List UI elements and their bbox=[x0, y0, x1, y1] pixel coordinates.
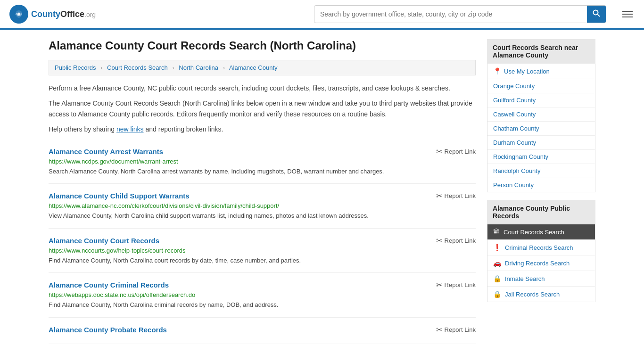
public-records-label-4: Jail Records Search bbox=[505, 291, 560, 298]
public-records-link-2[interactable]: 🚗 Driving Records Search bbox=[487, 255, 595, 271]
result-url-3[interactable]: https://webapps.doc.state.nc.us/opi/offe… bbox=[49, 291, 476, 298]
description-3: Help others by sharing new links and rep… bbox=[49, 124, 476, 134]
result-link-2[interactable]: Alamance County Court Records bbox=[49, 237, 159, 245]
report-link-0[interactable]: ✂ Report Link bbox=[436, 147, 476, 156]
svg-line-3 bbox=[598, 15, 600, 17]
public-records-item[interactable]: ❗ Criminal Records Search bbox=[487, 240, 595, 255]
nearby-county-link-7[interactable]: Person County bbox=[487, 178, 595, 192]
public-records-item[interactable]: 🏛 Court Records Search bbox=[487, 224, 595, 240]
nearby-county-item[interactable]: Chatham County bbox=[487, 122, 595, 136]
public-records-icon-3: 🔒 bbox=[493, 275, 501, 282]
breadcrumb-court-records-search[interactable]: Court Records Search bbox=[107, 64, 168, 71]
report-icon-1: ✂ bbox=[436, 191, 442, 200]
breadcrumb-north-carolina[interactable]: North Carolina bbox=[179, 64, 218, 71]
public-records-icon-2: 🚗 bbox=[493, 259, 501, 267]
menu-line bbox=[622, 14, 633, 15]
report-label-0: Report Link bbox=[445, 148, 476, 155]
pin-icon: 📍 bbox=[493, 67, 501, 75]
result-header: Alamance County Arrest Warrants ✂ Report… bbox=[49, 147, 476, 156]
svg-point-1 bbox=[17, 13, 20, 16]
result-title-4: Alamance County Probate Records bbox=[49, 326, 167, 334]
result-header: Alamance County Probate Records ✂ Report… bbox=[49, 325, 476, 334]
report-label-1: Report Link bbox=[445, 192, 476, 199]
public-records-link-3[interactable]: 🔒 Inmate Search bbox=[487, 271, 595, 286]
result-item: Alamance County Court Records ✂ Report L… bbox=[49, 229, 476, 273]
svg-point-2 bbox=[594, 10, 598, 15]
result-desc-1: View Alamance County, North Carolina chi… bbox=[49, 211, 476, 221]
public-records-item[interactable]: 🔒 Inmate Search bbox=[487, 271, 595, 287]
use-location-label: Use My Location bbox=[504, 68, 550, 75]
result-link-1[interactable]: Alamance County Child Support Warrants bbox=[49, 192, 190, 200]
result-title-2: Alamance County Court Records bbox=[49, 237, 159, 245]
result-link-0[interactable]: Alamance County Arrest Warrants bbox=[49, 148, 163, 156]
nearby-county-link-1[interactable]: Guilford County bbox=[487, 93, 595, 107]
breadcrumb-sep: › bbox=[172, 64, 174, 71]
public-records-icon-0: 🏛 bbox=[493, 228, 500, 236]
page-title: Alamance County Court Records Search (No… bbox=[49, 39, 476, 52]
search-button[interactable] bbox=[587, 6, 606, 23]
logo[interactable]: CountyOffice.org bbox=[9, 5, 96, 24]
result-desc-2: Find Alamance County, North Carolina cou… bbox=[49, 256, 476, 265]
nearby-county-link-4[interactable]: Durham County bbox=[487, 136, 595, 149]
result-url-0[interactable]: https://www.ncdps.gov/document/warrant-a… bbox=[49, 158, 476, 165]
nearby-county-link-5[interactable]: Rockingham County bbox=[487, 150, 595, 164]
nearby-county-item[interactable]: Orange County bbox=[487, 79, 595, 93]
nearby-county-link-0[interactable]: Orange County bbox=[487, 79, 595, 93]
site-header: CountyOffice.org bbox=[0, 0, 644, 30]
result-item: Alamance County Child Support Warrants ✂… bbox=[49, 184, 476, 229]
menu-line bbox=[622, 16, 633, 17]
breadcrumb-alamance-county[interactable]: Alamance County bbox=[229, 64, 278, 71]
report-icon-4: ✂ bbox=[436, 325, 442, 334]
report-link-2[interactable]: ✂ Report Link bbox=[436, 236, 476, 245]
logo-icon bbox=[9, 5, 28, 24]
nearby-county-link-2[interactable]: Caswell County bbox=[487, 107, 595, 121]
result-link-4[interactable]: Alamance County Probate Records bbox=[49, 326, 167, 334]
nearby-county-link-3[interactable]: Chatham County bbox=[487, 122, 595, 135]
nearby-county-item[interactable]: Caswell County bbox=[487, 107, 595, 122]
nearby-county-item[interactable]: Rockingham County bbox=[487, 150, 595, 164]
result-url-1[interactable]: https://www.alamance-nc.com/clerkofcourt… bbox=[49, 202, 476, 209]
public-records-list: 🏛 Court Records Search ❗ Criminal Record… bbox=[487, 224, 595, 302]
nearby-county-item[interactable]: Guilford County bbox=[487, 93, 595, 107]
menu-line bbox=[622, 11, 633, 12]
hamburger-menu-button[interactable] bbox=[620, 9, 635, 19]
new-links-link[interactable]: new links bbox=[116, 125, 144, 133]
nearby-county-item[interactable]: Randolph County bbox=[487, 164, 595, 178]
search-bar[interactable] bbox=[314, 5, 606, 23]
public-records-section: Alamance County Public Records 🏛 Court R… bbox=[487, 200, 595, 302]
public-records-label-3: Inmate Search bbox=[505, 275, 545, 282]
report-icon-0: ✂ bbox=[436, 147, 442, 156]
search-input[interactable] bbox=[314, 7, 587, 22]
nearby-use-location[interactable]: 📍 Use My Location bbox=[487, 64, 595, 79]
public-records-item[interactable]: 🚗 Driving Records Search bbox=[487, 255, 595, 271]
nearby-county-item[interactable]: Durham County bbox=[487, 136, 595, 150]
use-location-link[interactable]: 📍 Use My Location bbox=[487, 64, 595, 79]
report-label-4: Report Link bbox=[445, 326, 476, 333]
breadcrumb-sep: › bbox=[223, 64, 225, 71]
public-records-label-1: Criminal Records Search bbox=[505, 244, 573, 251]
nearby-section: Court Records Search near Alamance Count… bbox=[487, 39, 595, 192]
report-link-1[interactable]: ✂ Report Link bbox=[436, 191, 476, 200]
report-icon-2: ✂ bbox=[436, 236, 442, 245]
nearby-counties-list: Orange CountyGuilford CountyCaswell Coun… bbox=[487, 79, 595, 192]
public-records-link-4[interactable]: 🔒 Jail Records Search bbox=[487, 287, 595, 302]
result-url-2[interactable]: https://www.nccourts.gov/help-topics/cou… bbox=[49, 247, 476, 254]
public-records-label-0: Court Records Search bbox=[504, 229, 564, 236]
result-desc-3: Find Alamance County, North Carolina cri… bbox=[49, 300, 476, 310]
report-link-4[interactable]: ✂ Report Link bbox=[436, 325, 476, 334]
result-item: Alamance County Probate Records ✂ Report… bbox=[49, 318, 476, 344]
public-records-label-2: Driving Records Search bbox=[505, 260, 570, 267]
nearby-county-item[interactable]: Person County bbox=[487, 178, 595, 192]
result-link-3[interactable]: Alamance County Criminal Records bbox=[49, 281, 169, 289]
public-records-title: Alamance County Public Records bbox=[487, 200, 595, 224]
report-link-3[interactable]: ✂ Report Link bbox=[436, 280, 476, 289]
public-records-icon-1: ❗ bbox=[493, 244, 501, 251]
public-records-link-1[interactable]: ❗ Criminal Records Search bbox=[487, 240, 595, 255]
public-records-item[interactable]: 🔒 Jail Records Search bbox=[487, 287, 595, 302]
result-header: Alamance County Child Support Warrants ✂… bbox=[49, 191, 476, 200]
public-records-link-0[interactable]: 🏛 Court Records Search bbox=[487, 224, 595, 239]
nearby-county-link-6[interactable]: Randolph County bbox=[487, 164, 595, 178]
report-label-2: Report Link bbox=[445, 237, 476, 244]
breadcrumb-public-records[interactable]: Public Records bbox=[55, 64, 96, 71]
logo-text: CountyOffice.org bbox=[31, 9, 96, 19]
